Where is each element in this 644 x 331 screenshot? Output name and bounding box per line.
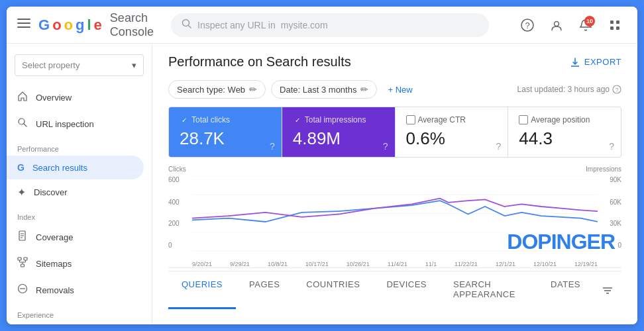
- chart-y-label-clicks: Clicks: [168, 166, 186, 173]
- svg-rect-9: [616, 21, 619, 24]
- info-icon-clicks: ?: [270, 141, 275, 152]
- hamburger-icon[interactable]: [17, 17, 30, 33]
- help-button[interactable]: ?: [515, 13, 539, 37]
- svg-rect-10: [610, 26, 614, 30]
- sidebar-item-label: Overview: [36, 93, 72, 103]
- metric-label: ✓ Total clicks: [180, 115, 271, 124]
- search-small-icon: [17, 117, 28, 130]
- svg-rect-0: [17, 19, 30, 20]
- sidebar-item-label: Search results: [32, 163, 87, 173]
- notification-badge: 10: [584, 16, 595, 26]
- sidebar-item-removals[interactable]: Removals: [7, 277, 144, 303]
- tab-dates[interactable]: DATES: [537, 271, 594, 309]
- sidebar-item-label: Sitemaps: [36, 259, 72, 269]
- y-tick-30k: 30K: [610, 220, 621, 227]
- notifications-button[interactable]: 10: [574, 13, 598, 37]
- y-tick-90k: 90K: [610, 176, 621, 183]
- sidebar-section-experience: Experience: [7, 303, 152, 322]
- metrics-row: ✓ Total clicks 28.7K ? ✓ Total impressio…: [168, 107, 621, 158]
- google-logo: Google: [38, 17, 102, 34]
- sidebar-item-overview[interactable]: Overview: [7, 84, 144, 111]
- tab-countries[interactable]: COUNTRIES: [293, 271, 373, 309]
- y-tick-600: 600: [168, 176, 180, 183]
- page-title: Performance on Search results: [168, 54, 351, 70]
- sidebar: Select property ▾ Overview URL inspectio…: [7, 44, 152, 324]
- main-body: Select property ▾ Overview URL inspectio…: [7, 44, 637, 324]
- metric-card-total-clicks[interactable]: ✓ Total clicks 28.7K ?: [169, 107, 282, 157]
- table-filter-icon[interactable]: [594, 271, 621, 309]
- google-g-icon: G: [17, 162, 25, 173]
- info-icon-impressions: ?: [383, 141, 388, 152]
- sitemaps-icon: [17, 257, 28, 270]
- tab-search-appearance[interactable]: SEARCH APPEARANCE: [440, 271, 537, 309]
- svg-rect-20: [21, 264, 25, 267]
- metric-checkbox-position: [519, 115, 528, 124]
- sidebar-section-performance: Performance: [7, 137, 152, 156]
- svg-text:?: ?: [525, 20, 529, 30]
- sidebar-item-url-inspection[interactable]: URL inspection: [7, 111, 144, 137]
- edit-icon: ✏: [249, 84, 257, 95]
- sidebar-section-index: Index: [7, 205, 152, 224]
- svg-rect-8: [610, 21, 614, 24]
- sidebar-item-sitemaps[interactable]: Sitemaps: [7, 250, 144, 277]
- new-filter-button[interactable]: + New: [382, 81, 417, 98]
- filter-chip-label: Search type: Web: [177, 85, 245, 95]
- x-label: 9/29/21: [230, 261, 250, 267]
- y-tick-60k: 60K: [610, 199, 621, 206]
- last-updated: Last updated: 3 hours ago ?: [517, 85, 621, 94]
- home-icon: [17, 91, 28, 104]
- chart-y-label-impressions: Impressions: [586, 166, 621, 173]
- chart-x-labels: 9/20/21 9/29/21 10/8/21 10/17/21 10/26/2…: [192, 261, 598, 267]
- svg-rect-2: [17, 26, 30, 28]
- topbar-left: Google Search Console: [17, 11, 163, 39]
- filter-chip-search-type[interactable]: Search type: Web ✏: [168, 80, 266, 99]
- tab-devices[interactable]: DEVICES: [373, 271, 440, 309]
- x-label: 9/20/21: [192, 261, 212, 267]
- svg-rect-19: [24, 258, 27, 260]
- svg-text:?: ?: [615, 87, 618, 93]
- metric-value-impressions: 4.89M: [293, 128, 384, 149]
- search-placeholder: Inspect any URL in: [197, 20, 276, 30]
- search-url-hint: mysite.com: [281, 20, 328, 30]
- tab-pages[interactable]: PAGES: [236, 271, 293, 309]
- metric-card-avg-position[interactable]: Average position 44.3 ?: [508, 107, 621, 157]
- filter-chip-date[interactable]: Date: Last 3 months ✏: [271, 80, 377, 99]
- sidebar-item-label: URL inspection: [36, 119, 94, 129]
- search-bar[interactable]: Inspect any URL in mysite.com: [171, 13, 489, 37]
- metric-checkbox-clicks: ✓: [180, 115, 189, 124]
- sparkle-icon: ✦: [17, 186, 26, 199]
- topbar-actions: ? 10: [515, 13, 627, 37]
- metric-value-position: 44.3: [519, 128, 610, 149]
- sidebar-item-page-experience[interactable]: ✦ Page Experience: [7, 322, 144, 324]
- content-area: Performance on Search results EXPORT Sea…: [152, 44, 637, 324]
- y-tick-0-right: 0: [617, 242, 621, 249]
- filter-bar: Search type: Web ✏ Date: Last 3 months ✏…: [168, 80, 621, 99]
- metric-label: Average position: [519, 115, 610, 124]
- export-button[interactable]: EXPORT: [570, 57, 621, 68]
- grid-button[interactable]: [603, 13, 627, 37]
- metric-value-clicks: 28.7K: [180, 128, 271, 149]
- account-button[interactable]: [545, 13, 568, 37]
- search-icon: [182, 19, 192, 32]
- sidebar-item-coverage[interactable]: Coverage: [7, 224, 144, 250]
- metric-checkbox-impressions: ✓: [293, 115, 302, 124]
- property-selector-label: Select property: [22, 60, 80, 70]
- doc-icon: [17, 230, 28, 244]
- sidebar-item-label: Coverage: [36, 232, 73, 242]
- property-selector[interactable]: Select property ▾: [15, 54, 144, 76]
- app-container: Google Search Console Inspect any URL in…: [7, 7, 637, 324]
- x-label: 11/22/21: [455, 261, 478, 267]
- metric-card-total-impressions[interactable]: ✓ Total impressions 4.89M ?: [282, 107, 396, 157]
- content-header: Performance on Search results EXPORT: [168, 54, 621, 70]
- y-tick-0-left: 0: [168, 242, 172, 249]
- sidebar-item-discover[interactable]: ✦ Discover: [7, 179, 144, 205]
- svg-rect-11: [616, 26, 619, 30]
- metric-card-avg-ctr[interactable]: Average CTR 0.6% ?: [396, 107, 509, 157]
- filter-chip-label: Date: Last 3 months: [280, 85, 356, 95]
- new-button-label: + New: [388, 85, 412, 95]
- topbar: Google Search Console Inspect any URL in…: [7, 7, 637, 44]
- sidebar-item-search-results[interactable]: G Search results: [7, 156, 144, 179]
- info-icon-position: ?: [609, 141, 614, 152]
- tab-queries[interactable]: QUERIES: [168, 271, 236, 309]
- x-label: 12/19/21: [574, 261, 598, 267]
